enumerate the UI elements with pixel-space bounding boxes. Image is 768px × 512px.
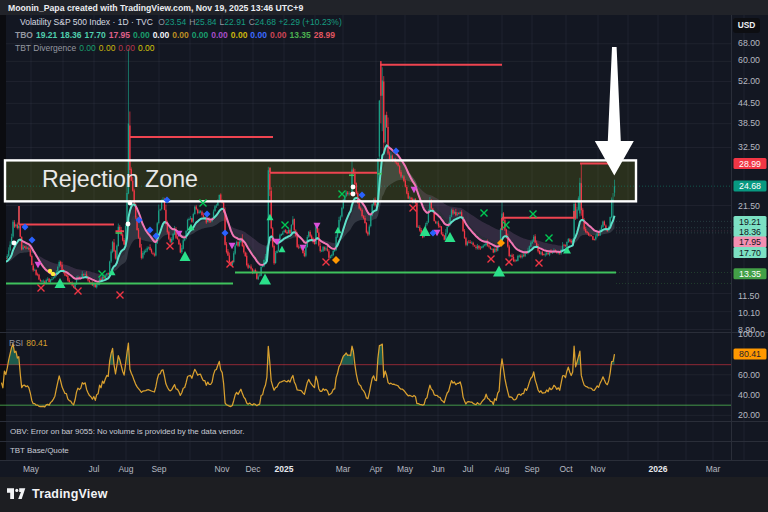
price-axis-label: 40.00 (738, 390, 760, 400)
price-axis-label: 32.50 (738, 142, 760, 152)
tbo-value: 0.00 (153, 30, 170, 40)
tradingview-logo[interactable]: TradingView (7, 487, 108, 501)
buy-signal-triangle (493, 266, 505, 277)
price-axis-label: 68.00 (738, 38, 760, 48)
sell-signal-triangle (35, 262, 42, 268)
time-axis-label: Apr (369, 464, 382, 474)
price-axis-badge-text: 80.41 (739, 349, 761, 359)
blue-diamond-marker (222, 230, 229, 237)
price-axis-label: 100.00 (738, 329, 765, 339)
red-x-marker (323, 259, 330, 266)
price-axis-label: 21.50 (738, 201, 760, 211)
tbo-value: 13.35 (289, 30, 310, 40)
baseline-falling (206, 218, 213, 219)
tbo-legend-row[interactable]: TBO19.2118.3617.7017.950.000.000.000.000… (15, 30, 335, 40)
white-dot-marker (351, 192, 356, 197)
rsi-value: 80.41 (26, 338, 47, 348)
ohlc-value: 25.84 (195, 17, 216, 27)
red-x-marker (38, 285, 45, 292)
change-value: +2.29 (+10.23%) (276, 17, 342, 27)
green-x-marker (503, 222, 510, 229)
tbo-value: 0.00 (231, 30, 248, 40)
tbo-value: 0.00 (192, 30, 209, 40)
red-x-marker (488, 256, 495, 263)
time-axis-label: Mar (336, 464, 351, 474)
time-axis-label: Aug (494, 464, 509, 474)
tbt-divergence-value: 0.00 (138, 43, 155, 53)
white-dot-marker (12, 241, 17, 246)
orange-diamond-marker (332, 256, 340, 264)
time-axis-label: Sep (151, 464, 166, 474)
time-axis-label: Jul (463, 464, 474, 474)
white-dot-marker (126, 222, 131, 227)
tbo-value: 28.99 (314, 30, 335, 40)
symbol-title: Volatility S&P 500 Index · 1D · TVC (20, 17, 155, 27)
red-x-marker (117, 292, 124, 299)
tbo-value: 0.00 (270, 30, 287, 40)
green-x-marker (282, 222, 289, 229)
price-axis-badge-text: 13.35 (739, 269, 761, 279)
time-axis-label: May (23, 464, 40, 474)
price-axis-label: 44.50 (738, 98, 760, 108)
price-axis-badge-text: 17.70 (739, 248, 761, 258)
rejection-zone-label: Rejection Zone (42, 166, 198, 193)
tbt-divergence-label: TBT Divergence (15, 43, 76, 53)
buy-signal-triangle (180, 251, 191, 261)
tbo-label: TBO (15, 30, 33, 40)
rsi-legend-row[interactable]: RSI80.41 (9, 338, 47, 348)
time-axis-label: 2026 (649, 464, 668, 474)
symbol-legend-row[interactable]: Volatility S&P 500 Index · 1D · TVC O23.… (20, 17, 342, 27)
white-dot-marker (351, 185, 356, 190)
price-axis-badge-text: 28.99 (739, 159, 761, 169)
tbo-value: 19.21 (36, 30, 57, 40)
attribution-bar: Moonin_Papa created with TradingView.com… (0, 0, 768, 15)
tbt-divergence-value: 0.00 (118, 43, 135, 53)
price-axis-label: 60.00 (738, 370, 760, 380)
red-x-marker (536, 260, 543, 267)
price-axis-badge-text: 19.21 (739, 217, 761, 227)
time-axis-label: Jun (431, 464, 445, 474)
price-axis-badge-text: 24.68 (739, 181, 761, 191)
tbt-divergence-legend-row[interactable]: TBT Divergence0.000.000.000.00 (15, 43, 154, 53)
price-axis-badge-text: 18.36 (739, 227, 761, 237)
tradingview-logo-text: TradingView (32, 487, 108, 501)
price-axis-badge-text: 17.95 (739, 237, 761, 247)
price-axis-label: 38.50 (738, 118, 760, 128)
footer-bar: TradingView (0, 477, 768, 512)
buy-signal-triangle (267, 214, 274, 220)
green-x-marker (546, 235, 553, 242)
price-axis-label: 11.50 (738, 291, 759, 301)
tbo-value: 17.70 (85, 30, 106, 40)
time-axis-label: 2025 (275, 464, 294, 474)
ohlc-value: 24.68 (255, 17, 276, 27)
red-x-marker (167, 243, 174, 250)
green-x-marker (481, 210, 488, 217)
tradingview-chart-window: 68.0060.0052.0044.5038.5032.5021.5011.50… (0, 0, 768, 512)
time-axis-label: Nov (214, 464, 230, 474)
price-axis-label: 10.10 (738, 308, 760, 318)
tbo-value: 0.00 (250, 30, 267, 40)
baseline-rising (307, 240, 313, 242)
baseline-rising (316, 238, 319, 239)
price-axis-label: 52.00 (738, 76, 760, 86)
blue-diamond-marker (29, 237, 36, 244)
yellow-dot-marker (51, 272, 55, 276)
buy-signal-triangle (335, 227, 342, 233)
tbo-value: 18.36 (60, 30, 81, 40)
tbo-value: 0.00 (172, 30, 189, 40)
price-axis-label: 60.00 (738, 55, 760, 65)
obv-error-message: OBV: Error on bar 9055: No volume is pro… (10, 427, 244, 436)
sell-signal-triangle (229, 243, 236, 249)
attribution-text: Moonin_Papa created with TradingView.com… (8, 3, 303, 13)
currency-toggle-button[interactable]: USD (733, 18, 760, 33)
price-axis-label: 20.00 (738, 410, 760, 420)
left-margin (0, 15, 6, 460)
red-x-marker (506, 259, 513, 266)
ohlc-value: 22.91 (224, 17, 245, 27)
tbt-divergence-value: 0.00 (79, 43, 96, 53)
time-axis-label: Jul (89, 464, 100, 474)
tradingview-logo-icon (7, 488, 26, 500)
white-dot-marker (128, 201, 133, 206)
tbt-divergence-value: 0.00 (99, 43, 116, 53)
ohlc-key: O (158, 17, 165, 27)
